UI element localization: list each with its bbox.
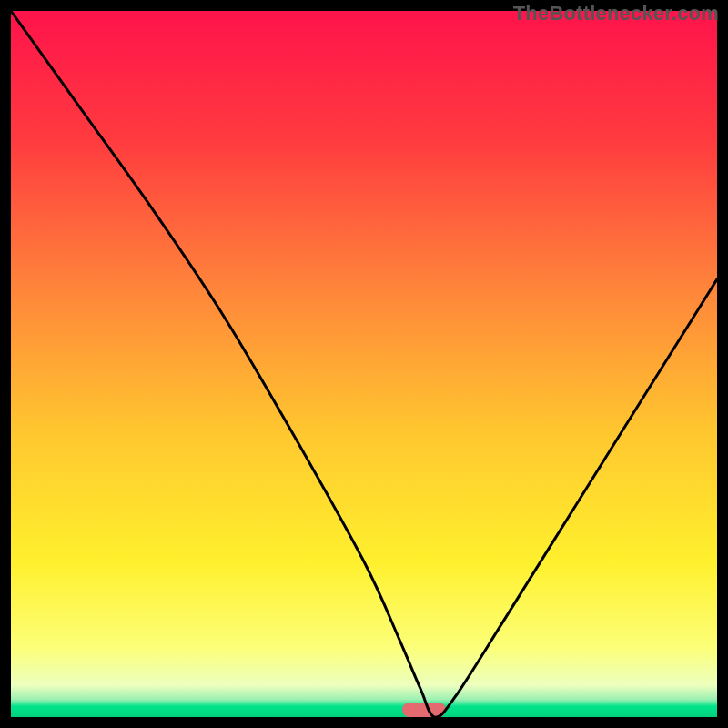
bottleneck-curve [11, 11, 717, 717]
plot-area [11, 11, 717, 717]
watermark-text: TheBottlenecker.com [513, 2, 719, 25]
chart-frame: TheBottlenecker.com [0, 0, 728, 728]
